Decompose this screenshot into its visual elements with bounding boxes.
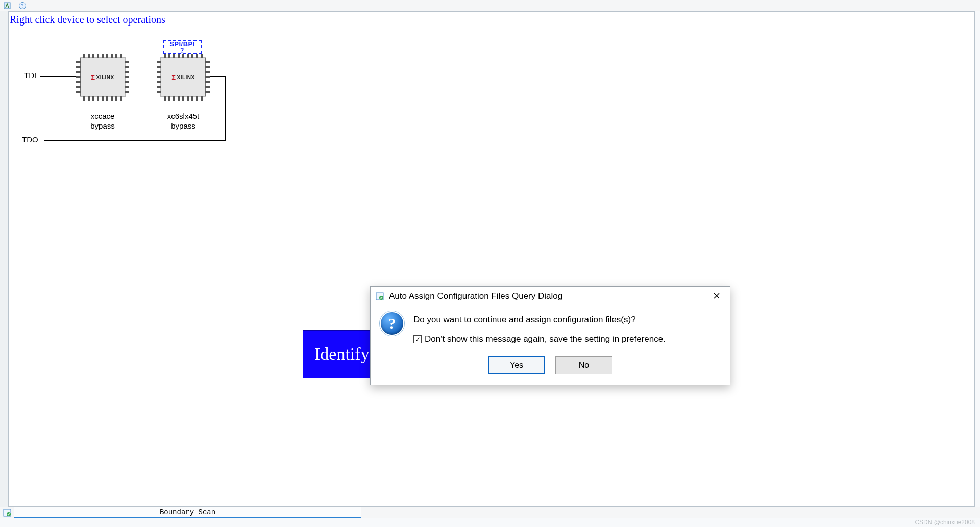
hint-text: Right click device to select operations (10, 14, 165, 26)
dialog-buttons: Yes No (371, 349, 730, 385)
spi-bpi-question: ? (164, 47, 201, 54)
wire (40, 76, 80, 77)
bottom-tabbar: Boundary Scan (0, 507, 980, 518)
toolbar-app-icon[interactable] (3, 2, 11, 10)
close-icon (714, 292, 720, 301)
close-button[interactable] (707, 289, 726, 304)
side-gutter (0, 11, 8, 507)
tdi-label: TDI (24, 71, 36, 80)
no-button[interactable]: No (555, 356, 612, 374)
dont-show-again-label: Don't show this message again, save the … (425, 333, 666, 346)
boundary-scan-canvas[interactable]: Right click device to select operations … (8, 11, 975, 507)
dialog-titlebar[interactable]: Auto Assign Configuration Files Query Di… (371, 287, 730, 306)
watermark: CSDN @chinxue2008 (915, 519, 975, 526)
toolbar-strip: ? (0, 0, 980, 11)
tdo-label: TDO (22, 135, 38, 144)
device-xccace[interactable]: ΣXILINX (80, 58, 125, 96)
auto-assign-dialog: Auto Assign Configuration Files Query Di… (370, 286, 730, 385)
question-icon: ? (380, 311, 404, 336)
svg-text:?: ? (21, 3, 24, 9)
device-caption: xccace bypass (72, 111, 133, 131)
dialog-app-icon (375, 291, 385, 302)
jtag-chain: TDI TDO SPI/BPI ? ΣXILINX xccace bypass (14, 32, 228, 149)
device-xc6slx45t[interactable]: ΣXILINX (161, 58, 206, 96)
dialog-title: Auto Assign Configuration Files Query Di… (389, 291, 707, 302)
wire (125, 76, 161, 76)
device-caption: xc6slx45t bypass (153, 111, 214, 131)
dont-show-again-checkbox[interactable]: ✓ (413, 335, 422, 343)
yes-button[interactable]: Yes (488, 356, 545, 374)
xilinx-logo-icon: ΣXILINX (172, 73, 195, 81)
dialog-body: ? Do you want to continue and assign con… (371, 306, 730, 349)
wire (44, 140, 226, 141)
tab-app-icon[interactable] (0, 507, 14, 518)
spi-bpi-slot[interactable]: SPI/BPI ? (163, 40, 202, 54)
wire (225, 76, 226, 140)
dialog-message: Do you want to continue and assign confi… (413, 313, 721, 327)
tab-boundary-scan[interactable]: Boundary Scan (14, 507, 361, 518)
xilinx-logo-icon: ΣXILINX (91, 73, 114, 81)
check-icon: ✓ (415, 336, 421, 343)
toolbar-help-icon[interactable]: ? (18, 2, 27, 10)
